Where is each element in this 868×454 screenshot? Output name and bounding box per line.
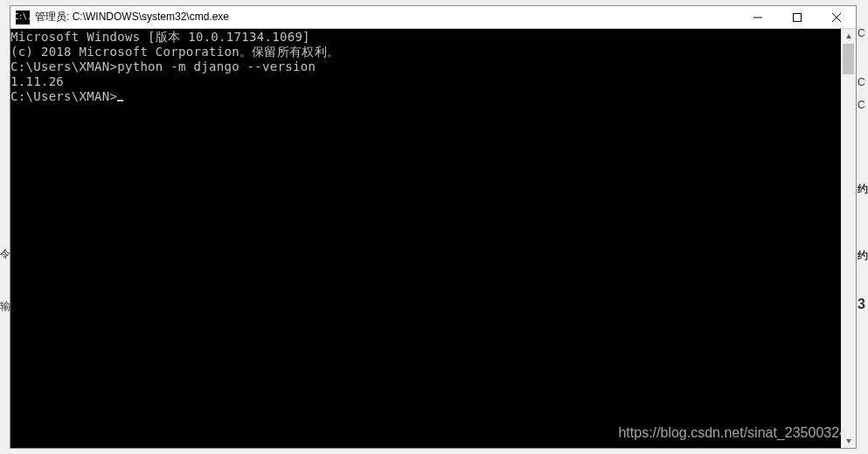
minimize-button[interactable] bbox=[738, 6, 777, 28]
svg-marker-4 bbox=[846, 34, 851, 38]
vertical-scrollbar[interactable] bbox=[841, 29, 856, 448]
close-icon bbox=[832, 13, 841, 22]
svg-marker-5 bbox=[846, 439, 851, 444]
scroll-down-button[interactable] bbox=[841, 433, 856, 448]
background-page-right: C C C 约 约 3 bbox=[858, 26, 868, 446]
svg-rect-1 bbox=[793, 13, 801, 21]
chevron-down-icon bbox=[845, 437, 852, 444]
cmd-icon: C:\. bbox=[16, 10, 30, 24]
chevron-up-icon bbox=[845, 33, 852, 40]
close-button[interactable] bbox=[816, 6, 856, 28]
bg-text: 令 bbox=[0, 227, 10, 280]
terminal-area: Microsoft Windows [版本 10.0.17134.1069](c… bbox=[10, 29, 856, 448]
scroll-up-button[interactable] bbox=[841, 29, 856, 44]
minimize-icon bbox=[753, 13, 762, 22]
maximize-icon bbox=[793, 13, 802, 22]
terminal-line: 1.11.26 bbox=[10, 74, 841, 89]
titlebar[interactable]: C:\. 管理员: C:\WINDOWS\system32\cmd.exe bbox=[10, 6, 856, 29]
window-controls bbox=[738, 6, 856, 28]
terminal-line: C:\Users\XMAN> bbox=[10, 89, 841, 104]
bg-text: 约 bbox=[858, 182, 868, 196]
bg-text: C bbox=[858, 98, 868, 112]
prompt: C:\Users\XMAN> bbox=[10, 59, 117, 73]
maximize-button[interactable] bbox=[777, 6, 816, 28]
scrollbar-thumb[interactable] bbox=[843, 44, 854, 74]
bg-text: 输 bbox=[0, 280, 10, 332]
terminal-line: C:\Users\XMAN>python -m django --version bbox=[10, 59, 841, 74]
bg-text: C bbox=[858, 75, 868, 89]
background-page-left: 令 输 bbox=[0, 227, 10, 332]
bg-text: C bbox=[858, 26, 868, 40]
bg-text: 约 bbox=[858, 248, 868, 262]
cursor bbox=[117, 100, 123, 101]
cmd-window: C:\. 管理员: C:\WINDOWS\system32\cmd.exe Mi… bbox=[10, 5, 857, 449]
terminal-output[interactable]: Microsoft Windows [版本 10.0.17134.1069](c… bbox=[10, 29, 841, 448]
window-title: 管理员: C:\WINDOWS\system32\cmd.exe bbox=[35, 10, 738, 24]
prompt: C:\Users\XMAN> bbox=[10, 89, 117, 103]
command-text: python -m django --version bbox=[117, 59, 316, 73]
bg-text: 3 bbox=[858, 297, 868, 311]
terminal-line: Microsoft Windows [版本 10.0.17134.1069] bbox=[10, 30, 841, 45]
scrollbar-track[interactable] bbox=[841, 44, 856, 433]
terminal-line: (c) 2018 Microsoft Corporation。保留所有权利。 bbox=[10, 45, 841, 59]
